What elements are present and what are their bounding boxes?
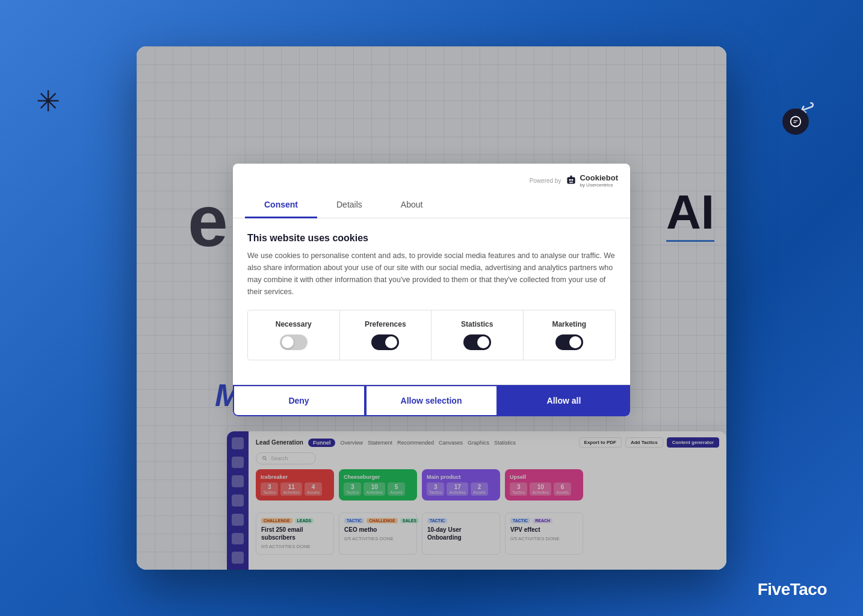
tab-details[interactable]: Details	[317, 192, 382, 218]
modal-title: This website uses cookies	[247, 233, 616, 244]
toggle-necessary-switch[interactable]	[280, 334, 308, 350]
toggle-marketing: Marketing	[524, 310, 616, 360]
browser-frame: e AI M Lead Generation Funnel Overview S…	[137, 46, 726, 570]
deny-button[interactable]: Deny	[233, 385, 365, 416]
tab-consent[interactable]: Consent	[245, 192, 317, 218]
allow-all-button[interactable]: Allow all	[498, 385, 630, 416]
cookie-modal: Powered by Cookiebot	[233, 164, 630, 416]
modal-actions: Deny Allow selection Allow all	[233, 384, 630, 416]
allow-selection-button[interactable]: Allow selection	[365, 385, 498, 416]
modal-header: Powered by Cookiebot	[233, 164, 630, 192]
cookiebot-sub: by Usercentrics	[580, 182, 618, 188]
toggle-marketing-label: Marketing	[552, 320, 586, 328]
toggle-preferences-switch[interactable]	[371, 334, 399, 350]
modal-body: This website uses cookies We use cookies…	[233, 218, 630, 384]
cookiebot-branding: Powered by Cookiebot	[530, 173, 618, 188]
svg-rect-7	[569, 179, 571, 181]
toggle-statistics-switch[interactable]	[463, 334, 491, 350]
fivetaco-logo: FiveTaco	[758, 580, 827, 599]
powered-by-label: Powered by	[530, 177, 561, 184]
toggle-preferences: Preferences	[340, 310, 432, 360]
toggle-statistics-knob	[477, 336, 489, 348]
toggle-statistics: Statistics	[432, 310, 524, 360]
toggle-preferences-label: Preferences	[365, 320, 406, 328]
cookie-toggles: Necessary Preferences Statistics	[247, 310, 616, 360]
cookie-modal-tabs: Consent Details About	[233, 192, 630, 218]
cookie-overlay: Powered by Cookiebot	[137, 46, 726, 570]
tab-about[interactable]: About	[382, 192, 442, 218]
toggle-necessary: Necessary	[248, 310, 340, 360]
cookiebot-name: Cookiebot	[580, 173, 618, 182]
svg-rect-8	[572, 179, 574, 181]
cookiebot-logo: Cookiebot by Usercentrics	[565, 173, 618, 188]
svg-rect-2	[793, 120, 797, 121]
asterisk-decoration: ✳	[36, 87, 60, 116]
svg-point-1	[791, 117, 800, 126]
toggle-necessary-knob	[282, 336, 294, 348]
toggle-necessary-label: Necessary	[276, 320, 312, 328]
chat-icon[interactable]	[782, 108, 809, 135]
svg-rect-6	[568, 177, 575, 184]
toggle-marketing-knob	[569, 336, 581, 348]
toggle-marketing-switch[interactable]	[555, 334, 583, 350]
svg-rect-9	[569, 182, 574, 183]
modal-description: We use cookies to personalise content an…	[247, 250, 616, 298]
svg-rect-11	[571, 175, 572, 176]
toggle-preferences-knob	[385, 336, 397, 348]
toggle-statistics-label: Statistics	[461, 320, 493, 328]
svg-rect-3	[793, 122, 796, 123]
